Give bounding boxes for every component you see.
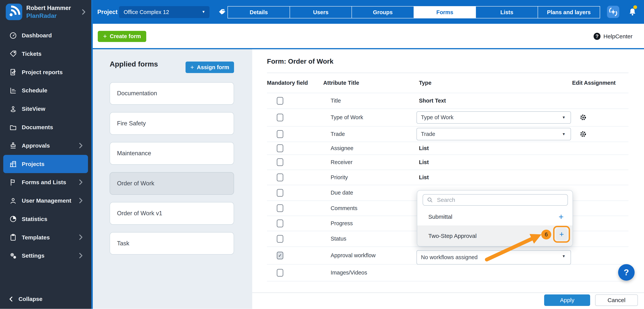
assign-form-button[interactable]: + Assign form: [186, 62, 234, 73]
cancel-button[interactable]: Cancel: [595, 294, 638, 306]
column-mandatory: Mandatory field: [267, 80, 323, 86]
add-workflow-button[interactable]: +: [556, 228, 567, 240]
column-attribute: Attribute Title: [323, 80, 419, 86]
sidebar-item-statistics[interactable]: Statistics: [3, 210, 88, 228]
gear-icon[interactable]: [579, 113, 587, 122]
sidebar-item-label: Project reports: [22, 69, 63, 76]
attribute-title: Status: [330, 236, 419, 242]
sidebar-item-dashboard[interactable]: Dashboard: [3, 26, 88, 45]
chevron-right-icon: [76, 233, 85, 241]
sidebar-item-projects[interactable]: Projects: [3, 155, 88, 173]
folder-icon: [9, 123, 17, 132]
sidebar-item-siteview[interactable]: SiteView: [3, 100, 88, 118]
mandatory-checkbox[interactable]: [277, 220, 283, 227]
collapse-button[interactable]: Collapse: [0, 292, 91, 306]
popup-search: [423, 194, 568, 206]
project-selector[interactable]: Office Complex 12 ▼: [119, 6, 209, 18]
type-select-type-of-work[interactable]: Type of Work▼: [416, 111, 571, 124]
collapse-label: Collapse: [18, 296, 42, 302]
project-selector-value: Office Complex 12: [124, 9, 169, 15]
mandatory-checkbox[interactable]: [277, 97, 283, 105]
sidebar-item-documents[interactable]: Documents: [3, 118, 88, 136]
table-row-title: TitleShort Text: [267, 93, 628, 109]
type-value: List: [416, 159, 429, 166]
gauge-icon: [9, 32, 17, 40]
tab-users[interactable]: Users: [290, 6, 352, 18]
form-card-maintenance[interactable]: Maintenance: [110, 142, 234, 165]
applied-forms-title: Applied forms: [110, 60, 158, 68]
tab-plans-and-layers[interactable]: Plans and layers: [538, 6, 600, 18]
popup-item-label: Two-Step Approval: [428, 233, 477, 239]
table-header: Mandatory field Attribute Title Type Edi…: [267, 80, 628, 86]
column-type: Type: [419, 80, 572, 86]
applied-forms-panel: Applied forms + Assign form Documentatio…: [93, 49, 252, 309]
planradar-logo-icon: [6, 4, 22, 20]
form-card-order-of-work-v1[interactable]: Order of Work v1: [110, 202, 234, 225]
chevron-right-icon[interactable]: [79, 8, 88, 16]
annotation-highlight-box: +: [553, 226, 570, 243]
form-card-label: Task: [117, 240, 130, 247]
form-card-documentation[interactable]: Documentation: [110, 82, 234, 105]
type-select-trade[interactable]: Trade▼: [416, 128, 571, 140]
form-card-fire-safety[interactable]: Fire Safety: [110, 112, 234, 135]
tags-icon[interactable]: [217, 8, 226, 16]
mandatory-checkbox[interactable]: [277, 130, 283, 138]
workflow-select[interactable]: No workflows assigned▼: [416, 250, 571, 264]
sidebar-user-header[interactable]: Robert Hammer PlanRadar: [0, 0, 91, 24]
sidebar-item-project-reports[interactable]: Project reports: [3, 63, 88, 82]
sidebar-item-tickets[interactable]: Tickets: [3, 45, 88, 63]
sidebar-item-forms-and-lists[interactable]: Forms and Lists: [3, 173, 88, 192]
attribute-title: Title: [330, 98, 419, 104]
sidebar-item-approvals[interactable]: Approvals: [3, 136, 88, 155]
sidebar-item-settings[interactable]: Settings: [3, 247, 88, 265]
create-form-button[interactable]: + Create form: [98, 31, 146, 42]
tab-forms[interactable]: Forms: [414, 6, 476, 18]
attribute-title: Trade: [330, 131, 419, 137]
sidebar-divider: [91, 0, 93, 309]
mandatory-checkbox[interactable]: [277, 235, 283, 243]
chevron-right-icon: [76, 142, 85, 150]
tab-details[interactable]: Details: [228, 6, 290, 18]
form-card-label: Order of Work: [117, 180, 154, 187]
notification-badge: [633, 5, 637, 9]
attribute-title: Comments: [330, 205, 419, 212]
table-row-priority: PriorityList: [267, 170, 628, 185]
project-tabs: DetailsUsersGroupsFormsListsPlans and la…: [228, 6, 600, 18]
mandatory-checkbox[interactable]: [277, 204, 283, 212]
apply-button[interactable]: Apply: [544, 294, 590, 306]
chevron-right-icon: [76, 252, 85, 260]
mandatory-checkbox[interactable]: [277, 189, 283, 197]
chevron-down-icon: ▼: [562, 254, 566, 258]
attribute-title: Progress: [330, 220, 419, 226]
add-submittal-button[interactable]: +: [558, 212, 564, 221]
table-row-receiver: ReceiverList: [267, 155, 628, 170]
planradar-app: Robert Hammer PlanRadar DashboardTickets…: [0, 0, 644, 309]
popup-item-submittal[interactable]: Submittal: [417, 208, 572, 226]
brand-name: PlanRadar: [26, 12, 57, 19]
search-input[interactable]: [436, 196, 553, 204]
project-topbar: Project Office Complex 12 ▼ DetailsUsers…: [93, 0, 644, 24]
mandatory-checkbox[interactable]: [277, 174, 283, 181]
mandatory-checkbox[interactable]: [277, 144, 283, 152]
table-row-type-of-work: Type of WorkType of Work▼: [267, 109, 628, 126]
mandatory-checkbox[interactable]: [277, 158, 283, 166]
form-card-order-of-work[interactable]: Order of Work: [110, 172, 234, 195]
helpcenter-label: HelpCenter: [603, 33, 632, 40]
tab-lists[interactable]: Lists: [476, 6, 538, 18]
plans-app-icon[interactable]: [607, 6, 619, 18]
mandatory-checkbox[interactable]: [277, 114, 283, 121]
form-card-task[interactable]: Task: [110, 232, 234, 255]
floating-help-button[interactable]: ?: [618, 264, 634, 281]
gear-icon[interactable]: [579, 130, 587, 138]
mandatory-checkbox[interactable]: [277, 269, 283, 276]
helpcenter-link[interactable]: ? HelpCenter: [594, 33, 632, 40]
tab-groups[interactable]: Groups: [352, 6, 414, 18]
sidebar-item-schedule[interactable]: Schedule: [3, 81, 88, 100]
sidebar-item-user-management[interactable]: User Management: [3, 192, 88, 210]
sidebar-item-label: Dashboard: [22, 32, 52, 39]
plus-icon: +: [103, 32, 107, 40]
mandatory-checkbox[interactable]: ✓: [277, 252, 283, 259]
sidebar-item-label: Projects: [22, 161, 44, 167]
main-area: Project Office Complex 12 ▼ DetailsUsers…: [93, 0, 644, 309]
sidebar-item-templates[interactable]: Templates: [3, 228, 88, 247]
